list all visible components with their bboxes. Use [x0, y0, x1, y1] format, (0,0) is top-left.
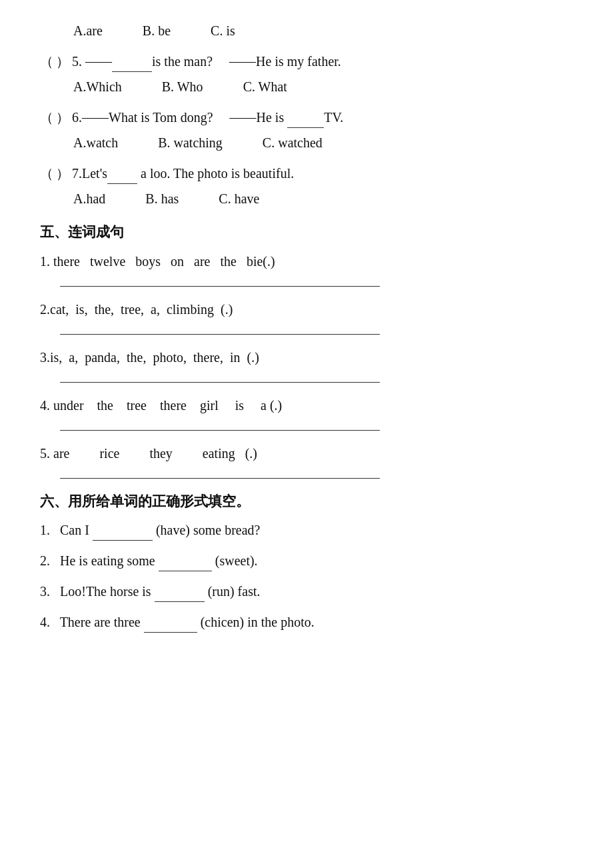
- options-q5: A.Which B. Who C. What: [73, 76, 573, 97]
- fill-item-4: 4. There are three (chicen) in the photo…: [40, 611, 573, 633]
- option-c-q6: C. watched: [263, 132, 322, 153]
- fill-2-num: 2.: [40, 553, 57, 568]
- sentence-4: 4. under the tree there girl is a (.): [40, 395, 573, 416]
- options-q6: A.watch B. watching C. watched: [73, 132, 573, 153]
- option-b-q6: B. watching: [158, 132, 223, 153]
- option-c-q5: C. What: [243, 76, 287, 97]
- answer-line-3: [60, 371, 380, 383]
- q5-row: （ ） 5. ——is the man? ——He is my father.: [40, 51, 573, 72]
- section-5: 五、连词成句 1. there twelve boys on are the b…: [40, 221, 573, 479]
- question-6: （ ） 6.——What is Tom dong? ——He is TV. A.…: [40, 107, 573, 153]
- sentence-3: 3.is, a, panda, the, photo, there, in (.…: [40, 347, 573, 368]
- fill-1-num: 1.: [40, 523, 57, 537]
- question-7: （ ） 7.Let's a loo. The photo is beautifu…: [40, 163, 573, 209]
- sentence-1-text: 1. there twelve boys on are the bie(.): [40, 254, 275, 269]
- sentence-5-text: 5. are rice they eating (.): [40, 446, 257, 461]
- sentence-3-text: 3.is, a, panda, the, photo, there, in (.…: [40, 350, 259, 365]
- section-6-title: 六、用所给单词的正确形式填空。: [40, 491, 573, 513]
- sentence-2: 2.cat, is, the, tree, a, climbing (.): [40, 299, 573, 320]
- fill-item-3: 3. Loo!The horse is (run) fast.: [40, 581, 573, 602]
- fill-item-1: 1. Can I (have) some bread?: [40, 519, 573, 541]
- answer-line-2: [60, 323, 380, 335]
- fill-1-blank: [93, 529, 153, 541]
- fill-2-blank: [159, 559, 212, 571]
- answer-line-1: [60, 275, 380, 287]
- option-a-q7: A.had: [73, 188, 105, 209]
- section-6: 六、用所给单词的正确形式填空。 1. Can I (have) some bre…: [40, 491, 573, 633]
- sentence-2-text: 2.cat, is, the, tree, a, climbing (.): [40, 302, 233, 317]
- options-q7: A.had B. has C. have: [73, 188, 573, 209]
- fill-3-before: Loo!The horse is: [60, 584, 151, 599]
- fill-4-after: (chicen) in the photo.: [201, 615, 314, 629]
- section-5-title: 五、连词成句: [40, 221, 573, 244]
- option-a-q6: A.watch: [73, 132, 118, 153]
- q6-text: 6.——What is Tom dong? ——He is TV.: [72, 107, 343, 128]
- options-q4: A.are B. be C. is: [73, 20, 573, 41]
- paren-right-7: ）: [56, 163, 68, 184]
- option-b-q5: B. Who: [162, 76, 203, 97]
- paren-left-5: （: [40, 51, 52, 72]
- fill-1-after: (have) some bread?: [156, 523, 261, 537]
- paren-left-6: （: [40, 107, 52, 128]
- option-b-q4: B. be: [143, 20, 171, 41]
- sentence-4-text: 4. under the tree there girl is a (.): [40, 398, 282, 413]
- q7-text: 7.Let's a loo. The photo is beautiful.: [72, 163, 294, 184]
- q7-row: （ ） 7.Let's a loo. The photo is beautifu…: [40, 163, 573, 184]
- fill-3-blank: [155, 590, 205, 602]
- fill-item-2: 2. He is eating some (sweet).: [40, 550, 573, 571]
- fill-4-num: 4.: [40, 615, 57, 629]
- option-a-q4: A.are: [73, 20, 103, 41]
- paren-left-7: （: [40, 163, 52, 184]
- fill-4-blank: [144, 621, 197, 633]
- sentence-1: 1. there twelve boys on are the bie(.): [40, 251, 573, 272]
- fill-4-before: There are three: [60, 615, 144, 629]
- option-c-q4: C. is: [211, 20, 235, 41]
- answer-line-4: [60, 419, 380, 431]
- fill-2-after: (sweet).: [215, 553, 258, 568]
- paren-right-5: ）: [56, 51, 68, 72]
- options-row-q4: A.are B. be C. is: [40, 20, 573, 41]
- option-a-q5: A.Which: [73, 76, 122, 97]
- fill-3-after: (run) fast.: [208, 584, 261, 599]
- option-b-q7: B. has: [145, 188, 179, 209]
- q5-text: 5. ——is the man? ——He is my father.: [72, 51, 341, 72]
- sentence-5: 5. are rice they eating (.): [40, 443, 573, 464]
- option-c-q7: C. have: [219, 188, 259, 209]
- paren-right-6: ）: [56, 107, 68, 128]
- question-5: （ ） 5. ——is the man? ——He is my father. …: [40, 51, 573, 97]
- fill-2-before: He is eating some: [60, 553, 155, 568]
- answer-line-5: [60, 467, 380, 479]
- q6-row: （ ） 6.——What is Tom dong? ——He is TV.: [40, 107, 573, 128]
- fill-1-before: Can I: [60, 523, 89, 537]
- fill-3-num: 3.: [40, 584, 57, 599]
